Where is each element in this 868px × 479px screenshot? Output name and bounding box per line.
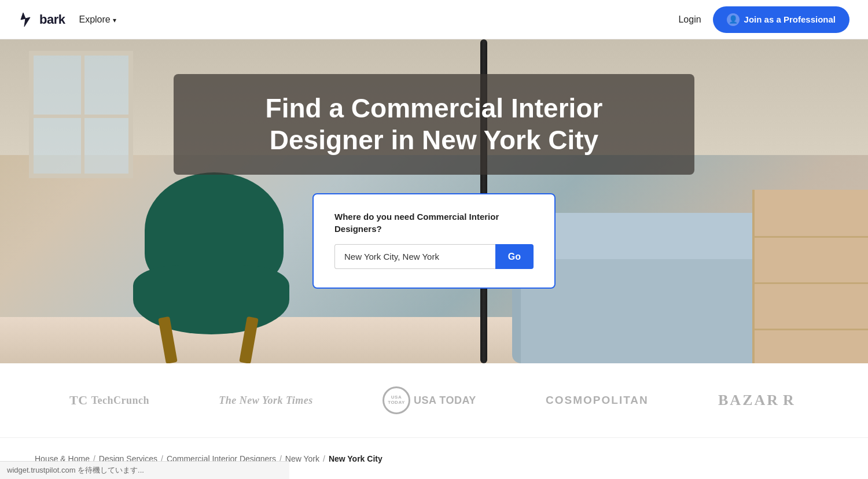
breadcrumb-sep-4: / [323, 454, 325, 463]
usa-today-logo: USATODAY USA TODAY [382, 386, 476, 414]
logo[interactable]: bark [19, 10, 65, 29]
join-professional-button[interactable]: 👤 Join as a Professional [713, 6, 849, 33]
status-bar: widget.trustpilot.com を待機しています... [0, 461, 289, 473]
go-button[interactable]: Go [495, 244, 534, 269]
bazaar-logo: BAZAR R [718, 392, 799, 409]
status-text: widget.trustpilot.com を待機しています... [7, 466, 144, 473]
breadcrumb-new-york[interactable]: New York [285, 454, 319, 463]
join-label: Join as a Professional [744, 14, 836, 24]
search-row: Go [334, 244, 534, 269]
user-icon: 👤 [727, 13, 740, 26]
breadcrumb-current: New York City [329, 454, 382, 463]
usa-today-text: USA TODAY [414, 395, 476, 407]
logo-text: bark [39, 12, 65, 27]
login-button[interactable]: Login [678, 14, 701, 25]
nyt-text: The New York Times [219, 395, 313, 407]
techcrunch-text: TechCrunch [91, 395, 149, 407]
header-left: bark Explore [19, 10, 116, 29]
bark-logo-icon [19, 10, 37, 29]
cosmopolitan-logo: COSMOPOLITAN [546, 394, 649, 407]
techcrunch-logo: TC TechCrunch [69, 393, 149, 408]
cosmopolitan-text: COSMOPOLITAN [546, 394, 649, 407]
press-section: TC TechCrunch The New York Times USATODA… [0, 363, 868, 438]
header: bark Explore Login 👤 Join as a Professio… [0, 0, 868, 39]
chevron-down-icon [113, 14, 116, 25]
explore-button[interactable]: Explore [79, 14, 116, 25]
bazaar-text: BAZAR [718, 392, 779, 409]
location-search-input[interactable] [334, 244, 495, 269]
explore-label: Explore [79, 14, 110, 25]
nyt-logo: The New York Times [219, 395, 313, 407]
techcrunch-tc-icon: TC [69, 393, 88, 408]
hero-section: Find a Commercial Interior Designer in N… [0, 39, 868, 363]
hero-title: Find a Commercial Interior Designer in N… [208, 93, 660, 156]
hero-overlay: Find a Commercial Interior Designer in N… [0, 39, 868, 363]
search-label: Where do you need Commercial Interior De… [334, 211, 534, 235]
bazaar-extra: R [783, 392, 799, 409]
header-right: Login 👤 Join as a Professional [678, 6, 849, 33]
hero-title-box: Find a Commercial Interior Designer in N… [174, 74, 694, 175]
usa-today-circle-icon: USATODAY [382, 386, 410, 414]
search-card: Where do you need Commercial Interior De… [312, 193, 556, 289]
